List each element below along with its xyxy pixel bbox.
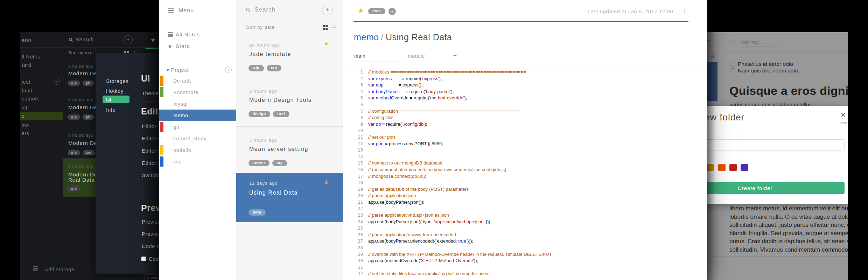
code-text: // (uncomment after you enter in your ow… [368, 167, 506, 173]
folder-item[interactable]: sql [22, 104, 29, 110]
kebab-menu-icon[interactable]: ⋮ [681, 6, 687, 14]
tag-pill[interactable]: wip [68, 150, 80, 155]
tag-pill[interactable]: wip [68, 114, 80, 120]
window-shadow [707, 32, 715, 280]
sort-selector[interactable]: Sort by xxx [68, 50, 92, 55]
code-line: 24app.use(bodyParser.json({ type: 'appli… [343, 219, 707, 225]
color-swatch[interactable] [741, 164, 748, 171]
add-storage-button[interactable]: Add storage [45, 267, 74, 272]
window-shadow [142, 32, 159, 280]
code-line: 6 [343, 102, 707, 108]
star-icon[interactable]: ★ [324, 179, 329, 186]
folder-item[interactable]: laravel_study [173, 136, 207, 141]
settings-nav-item-ui[interactable]: UI [106, 97, 112, 103]
folder-item[interactable]: git [173, 124, 180, 130]
search-input[interactable]: Search [254, 6, 275, 13]
line-number: 22 [343, 205, 363, 212]
note-title-text: Using Real Data [386, 32, 452, 42]
new-folder-dialog: New folder × esc Create folder [707, 106, 848, 204]
new-note-button[interactable]: + [322, 5, 333, 15]
note-list: Search + Sort by date an hours ago★Jade … [236, 0, 343, 280]
note-title: Modern Design Tools [249, 97, 312, 103]
add-folder-icon[interactable]: + [54, 79, 60, 85]
folder-item[interactable]: ostnote [22, 96, 40, 102]
star-icon[interactable]: ★ [324, 40, 329, 47]
menu-label[interactable]: Menu [178, 7, 194, 14]
code-line: 17// mongoose.connect(db.url); [343, 173, 707, 180]
menu-icon[interactable] [168, 8, 174, 13]
tag-pill[interactable]: wip [68, 80, 80, 86]
menu-label[interactable]: enu [22, 37, 31, 43]
code-text: // set our port [368, 134, 395, 141]
folder-item-selected[interactable]: memo [159, 110, 236, 121]
folder-item[interactable]: ers [22, 131, 29, 136]
folder-label: e [22, 113, 25, 119]
tag-pill[interactable]: tag [272, 160, 287, 166]
folder-item[interactable]: nodeJs [173, 147, 191, 153]
tag-pill[interactable]: design [248, 111, 270, 117]
folder-color-bar [160, 87, 163, 97]
sidebar-item-stard[interactable]: Stard [176, 43, 190, 49]
close-icon[interactable]: × [841, 110, 846, 120]
project-group-toggle[interactable]: ▾ Project [167, 67, 189, 73]
sort-selector[interactable]: Sort by date [246, 24, 275, 30]
tag-pill[interactable]: tag [83, 150, 95, 155]
tag-pill[interactable]: tool [273, 111, 289, 117]
list-view-icon[interactable] [331, 26, 336, 29]
star-icon[interactable]: ★ [358, 6, 364, 15]
line-number: 11 [343, 134, 363, 141]
code-editor[interactable]: 1// modules ============================… [343, 69, 707, 280]
note-card[interactable]: 3 hours agoMean server settingservertag [236, 127, 343, 173]
sidebar-item-all-notes[interactable]: ll Notes [22, 54, 40, 59]
color-swatch[interactable] [718, 164, 726, 171]
tag-pill[interactable]: wip [248, 65, 264, 71]
note-card[interactable]: an hours ago★Jade templatewiptag [236, 36, 343, 80]
note-tags: wip [68, 185, 83, 191]
sidebar-item-all-notes[interactable]: All Notes [176, 31, 200, 37]
color-swatch[interactable] [729, 164, 737, 171]
folder-item[interactable]: mo [22, 122, 29, 128]
grid-view-icon[interactable] [323, 25, 328, 30]
note-card[interactable]: 12 days ago★Using Real Datadata [236, 173, 343, 222]
settings-nav-item-info[interactable]: Info [106, 107, 115, 113]
note-card[interactable]: 2 hours agoModern Design Toolsdesigntool [236, 80, 343, 127]
sidebar-item-starred[interactable]: tard [22, 62, 31, 68]
sidebar-item-project[interactable]: ject [22, 79, 30, 85]
folder-item[interactable]: fault [22, 88, 32, 93]
tag-pill[interactable]: data [368, 8, 385, 14]
tab-module[interactable]: module [408, 53, 425, 59]
note-time: 3 hours ago [249, 138, 277, 143]
create-folder-button[interactable]: Create folder [707, 182, 845, 194]
folder-item[interactable]: Boostnote [173, 90, 198, 95]
tag-pill[interactable]: tag [267, 65, 281, 71]
settings-nav-item-storages[interactable]: Storages [106, 78, 128, 84]
tag-pill[interactable]: git [83, 114, 94, 120]
note-editor: ★ data + Last updated at Jan.9, 2017 12:… [343, 0, 707, 280]
folder-item-selected[interactable]: e [20, 112, 63, 120]
new-note-button[interactable]: + [124, 35, 133, 44]
storage-icon [33, 266, 38, 271]
add-folder-icon[interactable]: + [225, 66, 232, 73]
code-text: // configuration =======================… [368, 108, 519, 115]
new-snippet-tab-button[interactable]: + [453, 52, 457, 59]
settings-nav-item-hotkey[interactable]: Hotkey [106, 88, 124, 94]
code-line: 13 [343, 147, 707, 154]
tag-pill[interactable]: wip [68, 186, 80, 191]
tag-pill[interactable]: data [248, 209, 266, 216]
code-line: 14 [343, 154, 707, 160]
add-tag-button[interactable]: + [388, 8, 396, 15]
folder-item[interactable]: Default [173, 78, 191, 84]
folder-name-input[interactable] [707, 139, 845, 150]
breadcrumb-folder[interactable]: memo [354, 32, 379, 42]
line-number: 21 [343, 199, 363, 206]
line-number: 5 [343, 95, 363, 102]
folder-item[interactable]: css [173, 159, 182, 164]
tag-pill[interactable]: server [248, 160, 270, 166]
code-line: 7// configuration ======================… [343, 108, 707, 115]
folder-item[interactable]: mysql [173, 101, 188, 107]
note-tags: data [248, 209, 268, 216]
search-input[interactable]: Search [76, 36, 94, 42]
tag-pill[interactable]: git [83, 80, 94, 86]
line-number: 24 [343, 219, 363, 225]
tab-main[interactable]: main [354, 53, 365, 59]
